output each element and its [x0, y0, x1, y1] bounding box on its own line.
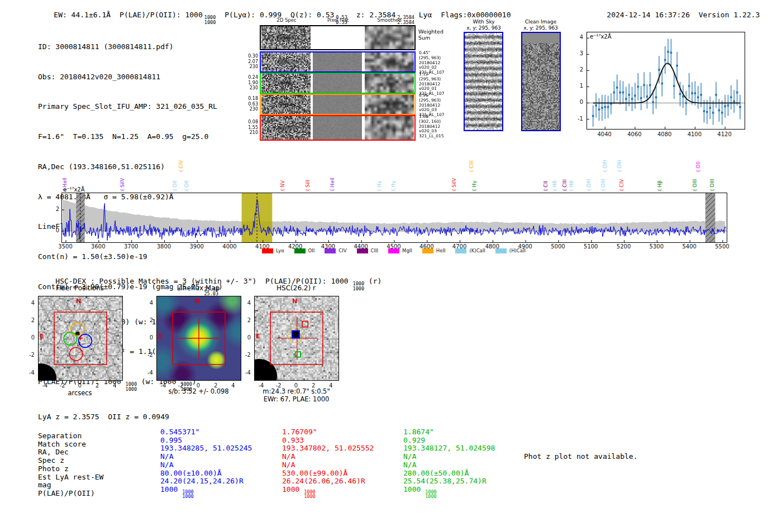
match-value: N/A — [403, 452, 416, 461]
linefit-xtick: 4100 — [683, 131, 705, 137]
spec2d-left-labels: 0.30 2.07 230 — [244, 54, 258, 70]
fiber-positions-panel — [38, 296, 123, 381]
cutout-ytick: 0 — [23, 334, 35, 341]
cutout-xtick: -4 — [39, 382, 52, 389]
cutout-ytick: 4 — [142, 300, 153, 306]
spectrum-xtick: 4600 — [416, 243, 438, 250]
cutout-ytick: -2 — [23, 352, 35, 358]
spectrum-xtick: 3500 — [54, 243, 77, 250]
version: Version 1.22.3 — [699, 11, 760, 19]
elixer-report: EW: 44.1±6.1ÅP(LAE)/P(OII): 100010001000… — [0, 0, 782, 532]
clean-image-panel — [521, 32, 561, 131]
cutout-ytick: 2 — [240, 317, 251, 323]
linefit-ytick: 4 — [568, 34, 583, 40]
cutout-xtick: -2 — [56, 382, 69, 389]
match-value: N/A — [282, 461, 295, 469]
line-label-civ: ( CIV — [619, 179, 624, 191]
spec2d-row — [260, 51, 416, 73]
spec2d-right-labels: 1.68" (302, 160) 20180412 v020_03 321_LL… — [419, 114, 452, 139]
match-value: 24.20(24.15,24.26)R — [160, 477, 244, 485]
spec2d-row — [260, 25, 416, 50]
cutout-xtick: 0 — [192, 382, 205, 389]
line-label-civ: ( CIV — [178, 160, 184, 172]
cutout-ytick: -4 — [23, 370, 35, 376]
cutout-xtick: 2 — [209, 382, 222, 389]
cutout-xtick: 0 — [289, 382, 303, 389]
match-value: 193.347802, 51.025552 — [282, 444, 374, 452]
linefit-ytick: 0 — [568, 99, 583, 105]
clean-image-title: Clean Imagex, y: 295, 963 — [513, 19, 569, 31]
hsc-cutout-title: HSC(26.2) r — [254, 284, 338, 292]
match-row-label: Photo z — [38, 464, 69, 473]
line-label-heii: ( HeII — [62, 178, 68, 191]
cutout-ytick: -2 — [240, 352, 251, 358]
spectrum-xtick: 4200 — [284, 243, 307, 250]
spec2d-left-labels: 0.24 1.90 230 — [244, 75, 258, 91]
match-value: 0.929 — [403, 436, 425, 444]
spectrum-xtick: 4500 — [383, 243, 405, 250]
match-value: 1.76709" — [282, 428, 317, 436]
spectrum-xtick: 5300 — [645, 243, 667, 250]
fiber-north-label: N — [76, 298, 81, 305]
info-redshifts: LyA z = 2.3575 OII z = 0.0949 — [38, 413, 223, 421]
line-label-oii: ( OII — [184, 180, 189, 191]
match-row-label: mag — [38, 481, 51, 489]
cutout-xtick: 4 — [325, 382, 338, 389]
line-label-hγ: ( Hγ — [471, 181, 477, 191]
spectrum-xtick: 3600 — [87, 243, 109, 250]
spec2d-row — [260, 73, 416, 94]
line-label-ciii: ( CIII — [562, 179, 568, 191]
line-label-hβ: ( Hβ — [657, 180, 662, 191]
spec2d-left-labels: 0.18 0.63 230 — [244, 96, 258, 112]
spec2d-col-header: Smoothed — [364, 17, 414, 23]
cutout-ytick: 0 — [240, 334, 251, 341]
cutout-xtick: 4 — [227, 382, 240, 389]
spectrum-xtick: 4800 — [481, 243, 503, 250]
match-value: 193.348127, 51.024598 — [403, 444, 495, 452]
lineflux-north-label: N — [194, 298, 199, 305]
line-label-hγ: ( Hγ — [390, 181, 396, 191]
line-label-oiii: ( OIII — [692, 179, 698, 191]
cutout-ytick: 4 — [240, 300, 251, 306]
match-plae-value: 1000 10001000 — [403, 485, 437, 499]
match-plae-value: 1000 10001000 — [160, 485, 194, 499]
hsc-cutout-panel — [254, 296, 339, 381]
linefit-ylabel: e⁻¹⁷x2Å — [590, 33, 612, 40]
with-sky-title: With Skyx, y: 295, 963 — [456, 19, 512, 31]
plae-poii-value: P(LAE)/P(OII): 100010001000 — [120, 11, 225, 19]
match-value: N/A — [160, 461, 173, 469]
linefit-ytick: 1 — [568, 83, 583, 89]
spec2d-col-header: 2D Spec — [261, 17, 312, 23]
match-plae-value: 1000 10001000 — [282, 485, 316, 499]
lineflux-map-title: Lineflux Map — [156, 284, 240, 292]
spec2d-row — [260, 115, 416, 141]
cutout-ytick: -4 — [240, 370, 251, 376]
spectrum-xtick: 3800 — [152, 243, 175, 250]
full-spectrum-chart — [61, 193, 727, 243]
cutout-ytick: 2 — [142, 317, 153, 323]
spectrum-xtick: 5000 — [547, 243, 569, 250]
linefit-ytick: -1 — [568, 116, 583, 122]
info-cont-n: Cont(n) = 1.50(±3.50)e-19 — [38, 252, 223, 261]
match-value: N/A — [282, 452, 295, 461]
line-label-siiv: ( SiIV — [120, 178, 125, 191]
spectrum-xtick: 5200 — [613, 243, 635, 250]
match-value: 25.54(25.38,25.74)R — [403, 477, 487, 485]
match-value: 530.00(±99.00)Å — [282, 469, 347, 477]
fiber-positions-title: Fiber Positions — [38, 284, 122, 292]
match-value: 80.00(±10.00)Å — [160, 469, 222, 477]
ew-value: EW: 44.1±6.1Å — [54, 11, 120, 19]
cutout-xtick: -4 — [255, 382, 268, 389]
lineflux-map-panel — [156, 296, 241, 381]
cutout-xtick: 0 — [73, 382, 87, 389]
linefit-ytick: 3 — [568, 50, 583, 56]
with-sky-panel — [464, 32, 503, 131]
spectrum-xtick: 5100 — [580, 243, 602, 250]
header-timestamp: 2024-12-14 16:37:26 Version 1.22.3 — [589, 2, 760, 27]
line-label-hγ: ( Hγ — [376, 181, 382, 191]
spectrum-xtick: 5500 — [711, 243, 733, 250]
match-value: 0.545371" — [160, 428, 199, 436]
lineflux-caption: s/b: 3.52 +/- 0.098 — [150, 387, 247, 395]
line-label-cii: ( CII — [543, 181, 549, 191]
match-row-label: Separation — [38, 432, 82, 440]
